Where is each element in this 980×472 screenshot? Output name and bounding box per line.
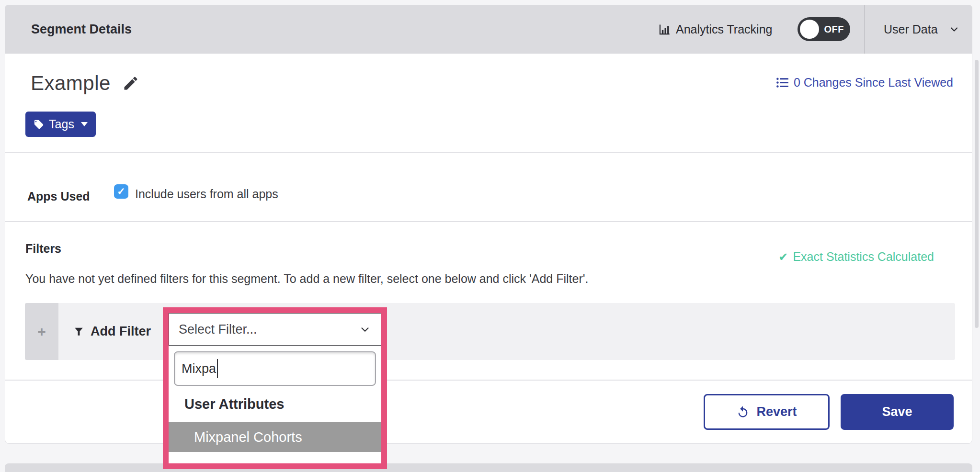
next-panel-header	[5, 463, 972, 472]
filter-options-panel: Mixpa User Attributes Mixpanel Cohorts	[169, 346, 381, 463]
segment-name: Example	[31, 72, 111, 95]
tags-button-label: Tags	[49, 117, 74, 131]
exact-statistics-badge: ✔ Exact Statistics Calculated	[778, 250, 934, 264]
select-filter-dropdown[interactable]: Select Filter...	[169, 313, 381, 346]
analytics-tracking-label: Analytics Tracking	[676, 22, 772, 36]
apps-used-label: Apps Used	[27, 190, 90, 203]
revert-button-label: Revert	[756, 405, 797, 419]
bar-chart-icon	[658, 23, 671, 36]
filter-dropdown-annotation: Select Filter... Mixpa User Attributes M…	[163, 307, 387, 469]
include-all-apps-checkbox[interactable]: ✓	[114, 184, 128, 199]
section-divider	[5, 152, 972, 153]
add-filter-plus-button[interactable]: +	[25, 303, 58, 360]
plus-icon: +	[37, 324, 46, 340]
exact-statistics-label: Exact Statistics Calculated	[793, 250, 934, 264]
section-divider	[5, 380, 972, 381]
chevron-down-icon	[359, 323, 371, 336]
filter-search-input[interactable]: Mixpa	[174, 351, 376, 386]
analytics-tracking-toggle[interactable]: OFF	[798, 17, 850, 41]
filters-description: You have not yet defined filters for thi…	[25, 272, 589, 286]
tag-icon	[34, 119, 44, 130]
segment-details-card	[5, 5, 972, 444]
undo-icon	[736, 405, 750, 419]
filters-label: Filters	[25, 242, 61, 256]
edit-pencil-icon[interactable]	[122, 75, 139, 92]
user-data-menu[interactable]: User Data	[884, 5, 960, 54]
section-divider	[5, 221, 972, 222]
page-title: Segment Details	[31, 5, 132, 54]
filter-funnel-icon	[73, 326, 85, 337]
analytics-tracking: Analytics Tracking	[658, 5, 772, 54]
save-button[interactable]: Save	[841, 394, 954, 430]
include-all-apps-label: Include users from all apps	[135, 187, 278, 201]
user-data-label: User Data	[884, 22, 938, 36]
add-filter-button[interactable]: Add Filter	[73, 303, 151, 360]
add-filter-label: Add Filter	[91, 324, 151, 339]
text-cursor	[217, 359, 218, 378]
chevron-down-icon	[948, 23, 960, 35]
select-filter-value: Select Filter...	[179, 322, 257, 337]
tags-button[interactable]: Tags	[25, 112, 96, 137]
segment-name-row: Example	[31, 71, 139, 96]
save-button-label: Save	[882, 405, 912, 419]
toggle-state-label: OFF	[824, 17, 844, 41]
checkmark-icon: ✓	[117, 186, 125, 197]
filter-search-value: Mixpa	[182, 361, 216, 376]
option-group-header: User Attributes	[184, 396, 381, 412]
changes-link-label: 0 Changes Since Last Viewed	[794, 76, 953, 90]
list-icon	[776, 76, 789, 89]
scrollbar[interactable]	[975, 60, 979, 328]
caret-down-icon	[81, 122, 88, 126]
option-mixpanel-cohorts[interactable]: Mixpanel Cohorts	[169, 422, 381, 452]
header-divider	[864, 5, 865, 54]
toggle-knob	[800, 20, 819, 39]
changes-since-last-viewed-link[interactable]: 0 Changes Since Last Viewed	[776, 76, 953, 90]
check-icon: ✔	[778, 250, 788, 264]
segment-details-page: Segment Details Analytics Tracking OFF U…	[0, 0, 980, 472]
revert-button[interactable]: Revert	[704, 394, 830, 430]
